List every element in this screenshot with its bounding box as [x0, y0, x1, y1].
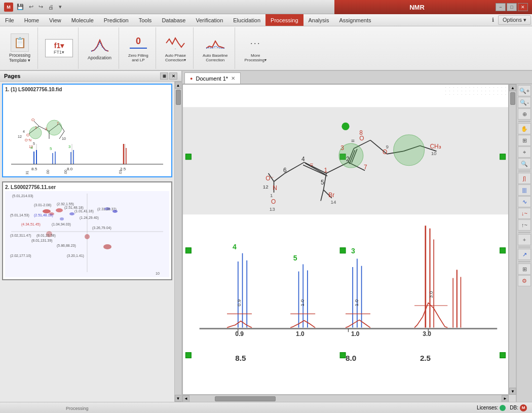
svg-rect-88	[340, 248, 346, 253]
svg-rect-86	[500, 353, 506, 358]
zoom-in-button[interactable]: 🔍+	[518, 85, 531, 96]
scroll-up-arrow[interactable]: ▲	[175, 82, 182, 89]
ribbon-group-apodization: Apodization	[81, 27, 119, 69]
menu-tools[interactable]: Tools	[134, 14, 157, 26]
doc-tab-1[interactable]: ● Document 1* ✕	[184, 72, 241, 84]
svg-text:(4.34,51.45): (4.34,51.45)	[21, 222, 41, 227]
doc-tab-close[interactable]: ✕	[231, 76, 235, 81]
maximize-button[interactable]: □	[507, 3, 517, 11]
svg-point-57	[103, 244, 111, 249]
svg-text:(3.01-2.08): (3.01-2.08)	[34, 203, 51, 207]
svg-text:5: 5	[50, 146, 52, 151]
spectrum-hscroll[interactable]: ◄ ►	[182, 395, 509, 402]
svg-text:3.01: 3.01	[119, 170, 122, 174]
apodization-button[interactable]: Apodization	[85, 34, 115, 62]
crosshair-button[interactable]: +	[518, 234, 531, 245]
menu-prediction[interactable]: Prediction	[99, 14, 134, 26]
ft-button[interactable]: f1▾ FT1▾	[45, 39, 73, 57]
menu-home[interactable]: Home	[19, 14, 44, 26]
spectrum-vscroll[interactable]: ▲ ▼	[509, 84, 516, 395]
licenses-status: Licenses:	[477, 405, 506, 411]
hscroll-left[interactable]: ◄	[182, 395, 189, 402]
pages-close-button[interactable]: ✕	[169, 72, 177, 80]
processing-template-button[interactable]: 📋 ProcessingTemplate ▾	[6, 32, 33, 64]
svg-point-56	[85, 234, 90, 239]
hand-tool-button[interactable]: ✋	[518, 123, 531, 134]
menu-elucidation[interactable]: Elucidation	[228, 14, 265, 26]
menu-analysis[interactable]: Analysis	[303, 14, 334, 26]
toolbar-icon-undo[interactable]: ↩	[27, 3, 35, 11]
more-processing-button[interactable]: ··· MoreProcessing▾	[241, 32, 270, 64]
menu-molecule[interactable]: Molecule	[66, 14, 99, 26]
page-item-1[interactable]: 1. (1) LS00027756.10.fid	[2, 84, 172, 177]
svg-text:10: 10	[156, 272, 160, 275]
doc-tab-label: Document 1*	[196, 76, 228, 82]
close-button[interactable]: ✕	[518, 3, 528, 11]
peak-pick-button[interactable]: ⌖	[518, 146, 531, 158]
menu-verification[interactable]: Verification	[191, 14, 228, 26]
vscroll-down[interactable]: ▼	[509, 388, 516, 395]
svg-text:0.91: 0.91	[25, 171, 29, 174]
toolbar-icon-print[interactable]: 🖨	[47, 4, 55, 11]
scroll-down-arrow[interactable]: ▼	[175, 395, 182, 402]
pages-title: Pages	[4, 73, 20, 79]
hscroll-right[interactable]: ►	[502, 395, 509, 402]
svg-text:=: =	[351, 137, 355, 144]
page-2-thumbnail: (5.01,214.03) (3.01-2.08) (2.92,1.55) (5…	[5, 191, 169, 277]
menu-bar: File Home View Molecule Prediction Tools…	[0, 14, 532, 26]
vscroll-up[interactable]: ▲	[509, 84, 516, 91]
autophase-button[interactable]: - Auto PhaseCorrection▾	[162, 32, 189, 64]
phase-up-button[interactable]: ↑~	[518, 219, 531, 231]
zerofill-button[interactable]: 0 Zero Fillingand LP	[125, 32, 151, 64]
svg-text:(5.01,14.53): (5.01,14.53)	[10, 213, 29, 217]
phase-down-button[interactable]: ↓~	[518, 208, 531, 219]
svg-text:4: 4	[23, 130, 25, 133]
menu-processing[interactable]: Processing	[265, 14, 303, 26]
svg-text:(1.01,41.16): (1.01,41.16)	[74, 209, 94, 213]
zoom-global-button[interactable]: 🔍	[518, 158, 531, 169]
page-1-thumbnail: O O 10 3 7 4 5 1	[5, 93, 169, 174]
ribbon-group-zerofill: 0 Zero Fillingand LP	[121, 27, 156, 69]
toolbar-icon-save[interactable]: 💾	[15, 3, 25, 11]
zoom-rect-button[interactable]: ⊕	[518, 108, 531, 120]
zoom-out-button[interactable]: 🔍-	[518, 97, 531, 108]
grid-button[interactable]: ⊞	[518, 264, 531, 275]
vscroll-thumb[interactable]	[510, 92, 515, 105]
svg-rect-82	[185, 248, 191, 253]
calibrate-button[interactable]: ⚙	[518, 275, 531, 286]
scroll-thumb[interactable]	[176, 90, 181, 105]
peak-integral-button[interactable]: ∫|	[518, 173, 531, 184]
menu-database[interactable]: Database	[157, 14, 191, 26]
page-item-2[interactable]: 2. LS00027756.11.ser	[2, 181, 172, 280]
doc-area: ● Document 1* ✕ ▲ ▼ · · · · · · · · · · …	[182, 71, 532, 402]
curve-button[interactable]: ∿	[518, 196, 531, 207]
spectrum-svg: 1 2 3 = O 8 4 5 = 6 Br 14 O⁻	[183, 85, 508, 394]
svg-text:O: O	[26, 133, 29, 137]
svg-text:(1.24,29.40): (1.24,29.40)	[80, 216, 99, 220]
select-button[interactable]: ⊞	[518, 135, 531, 146]
cursor-button[interactable]: ↗	[518, 249, 531, 260]
svg-text:5: 5	[293, 254, 297, 262]
svg-text:1: 1	[324, 167, 328, 174]
svg-text:1.0: 1.0	[299, 299, 305, 306]
toolbar-icon-redo[interactable]: ↪	[37, 3, 45, 11]
autobaseline-button[interactable]: Auto BaselineCorrection	[200, 32, 231, 64]
svg-text:-: -	[175, 46, 176, 51]
menu-options[interactable]: Options ▾	[498, 15, 531, 25]
menu-file[interactable]: File	[0, 14, 19, 26]
svg-text:O: O	[271, 198, 276, 205]
autophase-label: Auto PhaseCorrection▾	[165, 53, 186, 62]
multiplet-button[interactable]: |||	[518, 184, 531, 196]
menu-view[interactable]: View	[44, 14, 66, 26]
page-2-title: 2. LS00027756.11.ser	[5, 184, 169, 190]
menu-options-icon[interactable]: ℹ	[489, 16, 497, 24]
menu-assignments[interactable]: Assignments	[334, 14, 376, 26]
hscroll-thumb[interactable]	[215, 396, 276, 401]
toolbar-dropdown[interactable]: ▾	[57, 3, 63, 11]
pages-scrollbar[interactable]: ▲ ▼	[174, 82, 181, 402]
minimize-button[interactable]: −	[496, 3, 506, 11]
pages-restore-button[interactable]: ⊞	[160, 72, 168, 80]
svg-point-14	[47, 120, 62, 135]
autophase-icon: -	[165, 34, 185, 52]
svg-text:(2.51,48.18): (2.51,48.18)	[34, 213, 53, 217]
